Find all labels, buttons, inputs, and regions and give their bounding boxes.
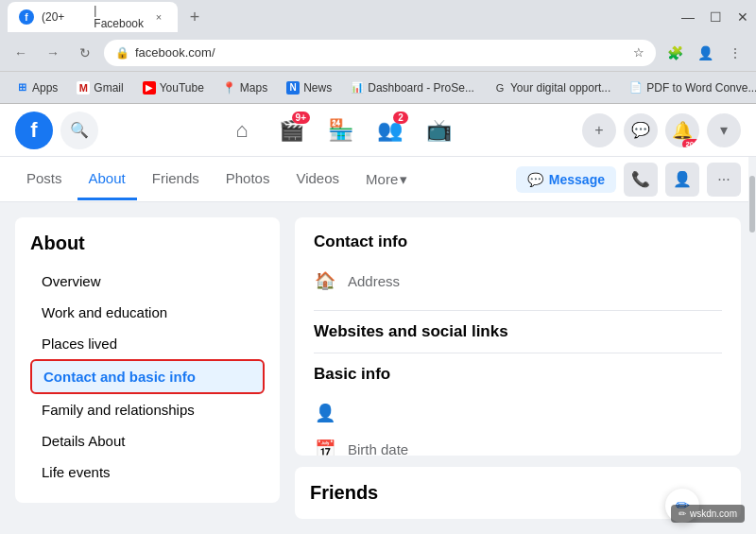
new-tab-button[interactable]: +: [181, 4, 208, 30]
youtube-icon: ▶: [143, 81, 156, 95]
bookmark-apps[interactable]: ⊞ f Apps: [8, 78, 65, 98]
url-display: facebook.com/: [135, 45, 627, 60]
add-button[interactable]: +: [582, 113, 616, 147]
browser-tab[interactable]: f (20+ | Facebook ×: [8, 2, 178, 32]
address-row: 🏠 Address: [314, 263, 722, 299]
friends-nav-button[interactable]: 👥 2: [367, 108, 412, 153]
about-nav-life-events[interactable]: Life events: [30, 456, 265, 488]
video-badge: 9+: [292, 112, 310, 124]
notifications-button[interactable]: 🔔 20+: [665, 113, 699, 147]
dashboard-icon: 📊: [351, 81, 364, 95]
refresh-button[interactable]: ↻: [72, 40, 98, 66]
bookmark-news[interactable]: N News: [279, 78, 339, 98]
back-button[interactable]: ←: [8, 40, 34, 66]
about-sidebar-title: About: [30, 233, 265, 254]
video-nav-button[interactable]: 🎬 9+: [268, 108, 314, 153]
home-nav-button[interactable]: ⌂: [219, 108, 265, 153]
about-nav-places[interactable]: Places lived: [30, 328, 265, 359]
facebook-header: f 🔍 ⌂ 🎬 9+ 🏪 👥 2 📺 + 💬 🔔 20+ ▾: [0, 104, 756, 157]
tab-counter: (20+: [42, 10, 86, 24]
gender-row: 👤: [314, 395, 722, 431]
bookmark-youtube[interactable]: ▶ YouTube: [135, 78, 212, 98]
close-button[interactable]: ✕: [737, 9, 748, 25]
nav-center: ⌂ 🎬 9+ 🏪 👥 2 📺: [106, 108, 575, 153]
wsb-icon: ✏: [679, 508, 686, 519]
about-nav-details[interactable]: Details About: [30, 425, 265, 456]
friends-badge: 2: [393, 112, 408, 124]
header-right: + 💬 🔔 20+ ▾: [582, 113, 741, 147]
tab-title: | Facebook: [94, 4, 144, 30]
address-bar[interactable]: 🔒 facebook.com/ ☆: [104, 40, 656, 66]
pdf-icon: 📄: [629, 81, 643, 95]
nav-friends[interactable]: Friends: [141, 159, 211, 200]
wsb-label: wskdn.com: [690, 508, 737, 519]
add-friend-button[interactable]: 👤: [665, 163, 699, 197]
more-options-button[interactable]: ···: [707, 163, 741, 197]
home-icon: 🏠: [314, 270, 336, 291]
bookmark-gmail[interactable]: M Gmail: [69, 78, 130, 98]
news-icon: N: [286, 81, 300, 95]
bookmark-maps[interactable]: 📍 Maps: [215, 78, 275, 98]
bookmark-pdf[interactable]: 📄 PDF to Word Conve...: [622, 78, 756, 98]
search-button[interactable]: 🔍: [60, 112, 98, 149]
menu-icon[interactable]: ⋮: [722, 40, 748, 66]
nav-posts[interactable]: Posts: [15, 159, 74, 200]
basic-info-title: Basic info: [314, 365, 722, 384]
window-controls: — ☐ ✕: [681, 9, 748, 25]
about-content-panel: Contact info 🏠 Address Websites and soci…: [295, 217, 741, 456]
bookmark-dashboard[interactable]: 📊 Dashboard - ProSe...: [343, 78, 482, 98]
section-divider-2: [314, 353, 722, 353]
maximize-button[interactable]: ☐: [710, 9, 722, 25]
calendar-icon: 📅: [314, 439, 336, 456]
extension-icon[interactable]: 🧩: [662, 40, 688, 66]
browser-titlebar: f (20+ | Facebook × + — ☐ ✕: [0, 0, 756, 34]
star-icon[interactable]: ☆: [633, 45, 644, 60]
marketplace-nav-button[interactable]: 🏪: [318, 108, 363, 153]
bookmark-google1[interactable]: G Your digital opport...: [486, 78, 618, 98]
about-nav-family[interactable]: Family and relationships: [30, 394, 265, 425]
toolbar-icons: 🧩 👤 ⋮: [662, 40, 748, 66]
message-icon: 💬: [527, 172, 543, 187]
profile-actions: 💬 Message 📞 👤 ···: [516, 163, 741, 197]
chevron-down-icon: ▾: [400, 171, 407, 188]
section-divider-1: [314, 310, 722, 311]
friends-title: Friends: [310, 482, 726, 504]
google1-icon: G: [493, 81, 507, 95]
page-scrollbar[interactable]: [748, 157, 756, 440]
tab-favicon: f: [19, 9, 34, 25]
forward-button[interactable]: →: [40, 40, 66, 66]
about-nav-work[interactable]: Work and education: [30, 297, 265, 328]
message-button[interactable]: 💬 Message: [516, 166, 616, 193]
apps-icon: ⊞: [15, 81, 28, 95]
websites-title: Websites and social links: [314, 322, 722, 341]
lock-icon: 🔒: [115, 46, 129, 60]
content-area: Contact info 🏠 Address Websites and soci…: [295, 217, 741, 519]
about-sidebar: About Overview Work and education Places…: [15, 217, 280, 503]
message-label: Message: [549, 172, 605, 187]
nav-about[interactable]: About: [77, 159, 137, 200]
gender-icon: 👤: [314, 403, 336, 423]
nav-more[interactable]: More ▾: [354, 164, 419, 196]
scrollbar-thumb[interactable]: [749, 176, 755, 233]
gmail-icon: M: [77, 81, 90, 95]
main-content: About Overview Work and education Places…: [0, 202, 756, 534]
birth-date-text: Birth date: [348, 441, 408, 456]
notifications-badge: 20+: [682, 139, 699, 147]
watch-nav-button[interactable]: 📺: [416, 108, 461, 153]
nav-photos[interactable]: Photos: [215, 159, 282, 200]
nav-videos[interactable]: Videos: [284, 159, 351, 200]
account-menu-button[interactable]: ▾: [707, 113, 741, 147]
birth-date-row: 📅 Birth date: [314, 431, 722, 456]
address-text: Address: [348, 273, 400, 289]
browser-toolbar: ← → ↻ 🔒 facebook.com/ ☆ 🧩 👤 ⋮: [0, 34, 756, 72]
maps-icon: 📍: [223, 81, 236, 95]
facebook-logo: f: [15, 112, 53, 149]
about-nav-contact[interactable]: Contact and basic info: [30, 359, 265, 394]
phone-button[interactable]: 📞: [624, 163, 658, 197]
tab-close-button[interactable]: ×: [151, 9, 166, 25]
bookmarks-bar: ⊞ f Apps M Gmail ▶ YouTube 📍 Maps N News…: [0, 72, 756, 104]
minimize-button[interactable]: —: [681, 9, 695, 25]
about-nav-overview[interactable]: Overview: [30, 266, 265, 297]
profile-icon[interactable]: 👤: [692, 40, 718, 66]
messenger-button[interactable]: 💬: [624, 113, 658, 147]
